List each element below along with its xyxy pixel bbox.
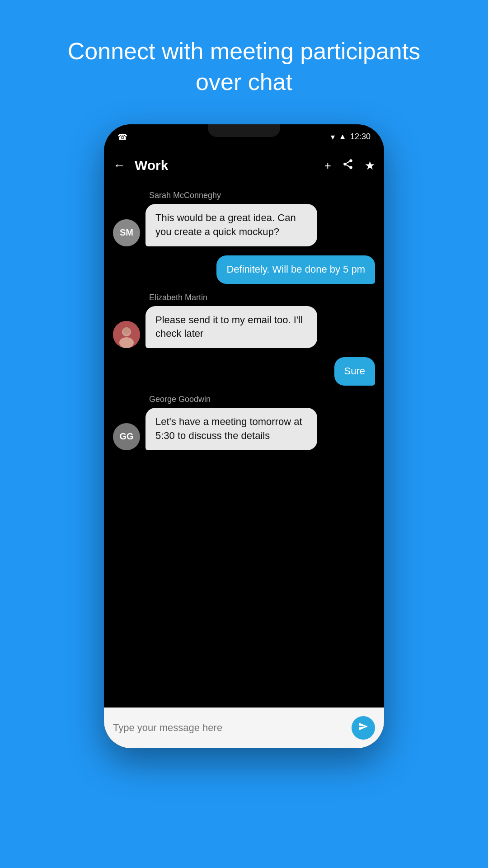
avatar-image <box>113 321 140 348</box>
svg-line-3 <box>346 165 349 166</box>
share-button[interactable] <box>342 158 354 173</box>
status-time: 12:30 <box>350 132 371 142</box>
avatar: SM <box>113 219 140 246</box>
message-row: SM This would be a great idea. Can you c… <box>113 204 375 246</box>
chat-title: Work <box>135 158 324 173</box>
back-button[interactable]: ← <box>113 158 126 173</box>
message-bubble: Definitely. Will be done by 5 pm <box>216 255 375 284</box>
message-bubble: Sure <box>334 357 375 386</box>
chat-input-area <box>104 708 384 748</box>
message-bubble: This would be a great idea. Can you crea… <box>145 204 317 246</box>
status-right: ▾ ▲ 12:30 <box>331 132 371 142</box>
svg-point-0 <box>349 159 352 162</box>
svg-point-7 <box>119 337 134 348</box>
message-bubble: Let's have a meeting tomorrow at 5:30 to… <box>145 408 317 450</box>
message-group: Sarah McConneghy SM This would be a grea… <box>113 191 375 246</box>
avatar: GG <box>113 423 140 450</box>
star-button[interactable]: ★ <box>365 159 375 173</box>
svg-point-1 <box>343 162 347 165</box>
header-actions: + ★ <box>324 158 375 173</box>
sender-name: George Goodwin <box>149 395 375 404</box>
phone-frame: ☎ ▾ ▲ 12:30 ← Work + <box>104 124 384 748</box>
message-input[interactable] <box>113 722 345 734</box>
message-row: Definitely. Will be done by 5 pm <box>113 255 375 284</box>
phone-screen: ← Work + ★ Sarah McC <box>104 149 384 748</box>
message-row: GG Let's have a meeting tomorrow at 5:30… <box>113 408 375 450</box>
svg-line-4 <box>346 161 349 163</box>
message-row: Please send it to my email too. I'll che… <box>113 306 375 349</box>
message-row: Sure <box>113 357 375 386</box>
svg-point-2 <box>349 166 352 169</box>
signal-icon: ▲ <box>338 132 347 142</box>
add-button[interactable]: + <box>324 159 331 173</box>
chat-messages-area: Sarah McConneghy SM This would be a grea… <box>104 182 384 708</box>
chat-header: ← Work + ★ <box>104 149 384 182</box>
status-bar: ☎ ▾ ▲ 12:30 <box>104 124 384 149</box>
avatar <box>113 321 140 348</box>
wifi-icon: ▾ <box>331 132 335 142</box>
status-signal-icon: ☎ <box>117 132 127 142</box>
sender-name: Elizabeth Martin <box>149 293 375 302</box>
message-bubble: Please send it to my email too. I'll che… <box>145 306 317 349</box>
send-icon <box>358 722 368 734</box>
message-group: George Goodwin GG Let's have a meeting t… <box>113 395 375 450</box>
svg-point-8 <box>123 327 130 335</box>
page-title: Connect with meeting participants over c… <box>0 0 488 124</box>
message-group: Elizabeth Martin Ple <box>113 293 375 349</box>
phone-notch <box>208 124 280 137</box>
sender-name: Sarah McConneghy <box>149 191 375 200</box>
send-button[interactable] <box>352 716 375 740</box>
